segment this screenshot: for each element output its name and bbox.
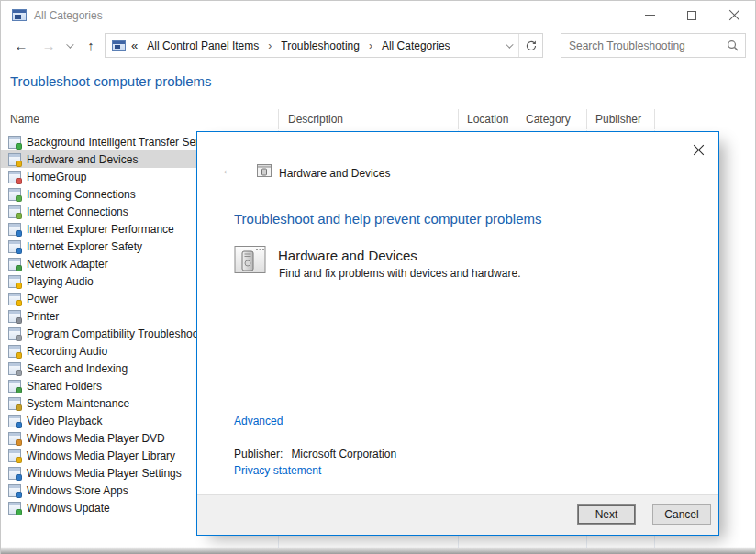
column-separator[interactable]: [654, 109, 655, 129]
breadcrumb: All Control Panel Items›Troubleshooting›…: [143, 39, 453, 52]
window-controls: [628, 1, 755, 29]
list-item-label: Recording Audio: [27, 345, 107, 358]
list-item-label: Windows Store Apps: [27, 484, 128, 497]
search-icon[interactable]: [719, 39, 745, 51]
column-header-category[interactable]: Category: [526, 113, 571, 126]
back-icon: ←: [15, 38, 28, 53]
forward-button[interactable]: →: [38, 30, 60, 61]
list-item-label: Incoming Connections: [27, 188, 136, 201]
recording-audio-icon: [8, 345, 21, 358]
windows-update-icon: [8, 502, 21, 515]
back-button[interactable]: ←: [10, 30, 32, 61]
publisher-label: Publisher:: [234, 448, 283, 460]
list-item-label: Windows Update: [27, 502, 110, 515]
shared-folders-icon: [8, 380, 21, 393]
dialog-footer: Next Cancel: [197, 494, 718, 535]
program-compatibility-icon: [8, 327, 21, 340]
close-icon: [728, 9, 740, 21]
titlebar: All Categories: [1, 1, 755, 30]
address-bar[interactable]: « All Control Panel Items›Troubleshootin…: [105, 33, 543, 58]
printer-icon: [8, 310, 21, 323]
list-item-label: Windows Media Player Library: [27, 449, 175, 462]
column-separator[interactable]: [278, 109, 279, 129]
window-bottom-edge: [1, 547, 755, 554]
dialog-back-button[interactable]: ←: [221, 160, 243, 178]
video-playback-icon: [8, 415, 21, 427]
column-header-location[interactable]: Location: [467, 113, 508, 126]
column-header-name[interactable]: Name: [10, 113, 39, 126]
dialog-close-button[interactable]: [687, 138, 709, 161]
hardware-devices-small-icon: [257, 163, 272, 181]
list-item-label: System Maintenance: [27, 397, 129, 410]
windows-store-apps-icon: [8, 484, 21, 497]
publisher-line: Publisher:Microsoft Corporation: [234, 448, 396, 460]
list-item-label: Playing Audio: [27, 275, 94, 288]
address-dropdown-icon[interactable]: [506, 40, 513, 48]
maximize-icon: [687, 11, 696, 20]
column-header-publisher[interactable]: Publisher: [595, 113, 641, 126]
column-separator[interactable]: [517, 109, 517, 129]
recent-locations-button[interactable]: [61, 30, 76, 61]
list-item-label: Windows Media Player DVD: [27, 432, 165, 445]
back-icon: ←: [221, 161, 235, 177]
search-input[interactable]: Search Troubleshooting: [561, 39, 719, 52]
list-item-label: Printer: [27, 310, 59, 323]
breadcrumb-item[interactable]: All Control Panel Items: [143, 39, 262, 52]
search-box[interactable]: Search Troubleshooting: [561, 33, 746, 58]
network-adapter-icon: [8, 258, 21, 271]
maximize-button[interactable]: [671, 1, 713, 29]
breadcrumb-item[interactable]: Troubleshooting: [277, 39, 363, 52]
list-item-label: Search and Indexing: [27, 362, 128, 375]
cancel-button[interactable]: Cancel: [652, 504, 711, 525]
chevron-down-icon: [66, 40, 73, 48]
close-button[interactable]: [713, 1, 755, 29]
playing-audio-icon: [8, 275, 21, 288]
minimize-button[interactable]: [628, 1, 671, 29]
ie-safety-icon: [8, 240, 21, 253]
page-title: Troubleshoot computer problems: [10, 73, 212, 89]
power-icon: [8, 293, 21, 305]
hardware-devices-icon: [8, 153, 21, 166]
list-item-label: Internet Connections: [27, 205, 128, 218]
dialog-item-description: Find and fix problems with devices and h…: [279, 267, 520, 280]
list-item-label: Internet Explorer Safety: [27, 240, 142, 253]
list-item-label: Program Compatibility Troubleshooter: [27, 327, 211, 340]
next-button[interactable]: Next: [577, 504, 636, 525]
incoming-connections-icon: [8, 188, 21, 201]
refresh-icon: [525, 39, 538, 52]
list-item-label: Background Intelligent Transfer Service: [27, 136, 218, 149]
privacy-statement-link[interactable]: Privacy statement: [234, 464, 321, 477]
breadcrumb-separator[interactable]: ›: [262, 39, 277, 52]
column-header-description[interactable]: Description: [288, 113, 343, 126]
dialog-item-title: Hardware and Devices: [278, 248, 417, 263]
wmp-dvd-icon: [8, 432, 21, 445]
refresh-button[interactable]: [518, 34, 542, 57]
up-button[interactable]: ↑: [80, 30, 102, 61]
publisher-value: Microsoft Corporation: [291, 448, 396, 460]
breadcrumb-overflow[interactable]: «: [131, 39, 138, 52]
breadcrumb-separator[interactable]: ›: [363, 39, 378, 52]
ie-performance-icon: [8, 223, 21, 236]
troubleshooter-dialog: ← Hardware and Devices Troubleshoot and …: [196, 131, 719, 536]
advanced-link[interactable]: Advanced: [234, 415, 283, 427]
homegroup-icon: [8, 171, 21, 183]
hardware-devices-icon: [234, 243, 267, 279]
minimize-icon: [645, 15, 655, 16]
system-maintenance-icon: [8, 397, 21, 410]
internet-connections-icon: [8, 205, 21, 218]
location-icon: [112, 40, 126, 51]
list-item-label: Shared Folders: [27, 380, 102, 393]
column-separator[interactable]: [586, 109, 587, 129]
close-icon: [693, 144, 705, 156]
app-window-icon: [12, 9, 27, 21]
list-item-label: Internet Explorer Performance: [27, 223, 174, 236]
column-separator[interactable]: [458, 109, 459, 129]
forward-icon: →: [42, 38, 56, 53]
column-headers: Name Description Location Category Publi…: [1, 109, 755, 130]
list-item-label: HomeGroup: [27, 171, 86, 183]
up-icon: ↑: [87, 38, 94, 53]
navigation-bar: ← → ↑ « All Control Panel Items›Troubles…: [1, 30, 755, 61]
list-item-label: Hardware and Devices: [27, 153, 138, 166]
all-categories-window: All Categories ← → ↑ « All Control Panel…: [0, 0, 756, 554]
breadcrumb-item[interactable]: All Categories: [378, 39, 454, 52]
